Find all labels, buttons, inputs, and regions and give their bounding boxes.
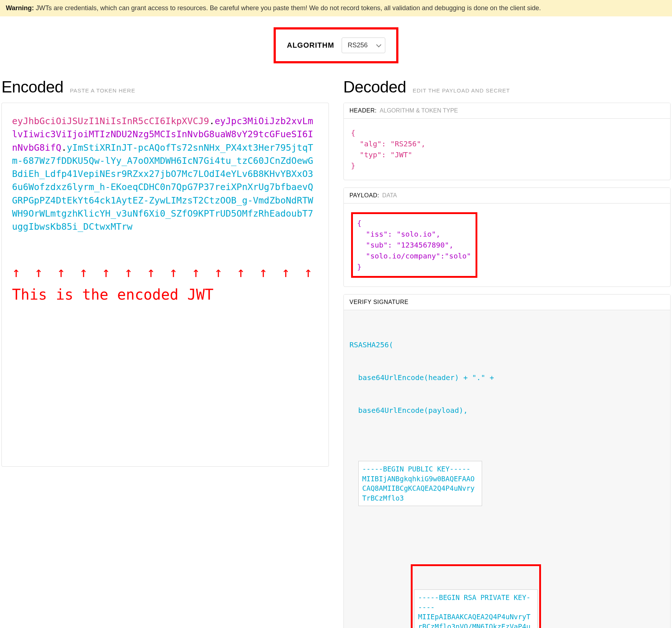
verify-label: VERIFY SIGNATURE <box>350 299 409 305</box>
algorithm-label: ALGORITHM <box>287 41 334 50</box>
header-section-title: HEADER: ALGORITHM & TOKEN TYPE <box>344 103 671 119</box>
header-sublabel: ALGORITHM & TOKEN TYPE <box>380 107 458 114</box>
warning-prefix: Warning: <box>6 4 34 12</box>
header-label: HEADER: <box>350 107 377 114</box>
encoded-subtitle: PASTE A TOKEN HERE <box>70 87 135 94</box>
payload-body[interactable]: { "iss": "solo.io", "sub": "1234567890",… <box>344 204 671 287</box>
encoded-caption: This is the encoded JWT <box>12 284 318 305</box>
algorithm-value: RS256 <box>348 42 368 49</box>
payload-sublabel: DATA <box>382 192 397 198</box>
decoded-subtitle: EDIT THE PAYLOAD AND SECRET <box>413 87 510 94</box>
private-key-input[interactable] <box>414 589 538 628</box>
jwt-dot: . <box>209 116 215 126</box>
algorithm-box: ALGORITHM RS256 <box>274 27 398 63</box>
jwt-header-segment: eyJhbGciOiJSUzI1NiIsInR5cCI6IkpXVCJ9 <box>12 116 209 126</box>
sig-line-3: base64UrlEncode(payload), <box>350 405 665 416</box>
payload-label: PAYLOAD: <box>350 192 379 198</box>
algorithm-row: ALGORITHM RS256 <box>0 27 672 63</box>
algorithm-select[interactable]: RS256 <box>342 37 385 53</box>
encoded-token-box[interactable]: eyJhbGciOiJSUzI1NiIsInR5cCI6IkpXVCJ9.eyJ… <box>1 103 329 467</box>
header-code: { "alg": "RS256", "typ": "JWT" } <box>351 127 663 171</box>
private-key-highlight <box>411 564 541 628</box>
verify-body: RSASHA256( base64UrlEncode(header) + "."… <box>344 310 671 628</box>
encoded-title: Encoded <box>1 78 63 96</box>
jwt-signature-segment: yImStiXRInJT-pcAQofTs72snNHx_PX4xt3Her79… <box>12 142 313 232</box>
decoded-title: Decoded <box>343 78 406 96</box>
decoded-column: Decoded EDIT THE PAYLOAD AND SECRET HEAD… <box>343 78 671 628</box>
header-body[interactable]: { "alg": "RS256", "typ": "JWT" } <box>344 119 671 180</box>
payload-section: PAYLOAD: DATA { "iss": "solo.io", "sub":… <box>343 187 671 287</box>
sig-line-2: base64UrlEncode(header) + "." + <box>350 372 665 383</box>
header-section: HEADER: ALGORITHM & TOKEN TYPE { "alg": … <box>343 103 671 180</box>
warning-banner: Warning: JWTs are credentials, which can… <box>0 0 672 16</box>
arrow-indicators: ↑ ↑ ↑ ↑ ↑ ↑ ↑ ↑ ↑ ↑ ↑ ↑ ↑ ↑ <box>12 262 318 283</box>
sig-line-1: RSASHA256( <box>350 339 665 350</box>
public-key-input[interactable] <box>358 461 482 506</box>
verify-section: VERIFY SIGNATURE RSASHA256( base64UrlEnc… <box>343 294 671 628</box>
encoded-column: Encoded PASTE A TOKEN HERE eyJhbGciOiJSU… <box>1 78 329 628</box>
warning-text: JWTs are credentials, which can grant ac… <box>34 4 541 12</box>
payload-highlight: { "iss": "solo.io", "sub": "1234567890",… <box>351 212 477 278</box>
jwt-dot: . <box>61 142 67 153</box>
payload-code: { "iss": "solo.io", "sub": "1234567890",… <box>357 218 471 272</box>
payload-section-title: PAYLOAD: DATA <box>344 188 671 204</box>
verify-section-title: VERIFY SIGNATURE <box>344 295 671 310</box>
